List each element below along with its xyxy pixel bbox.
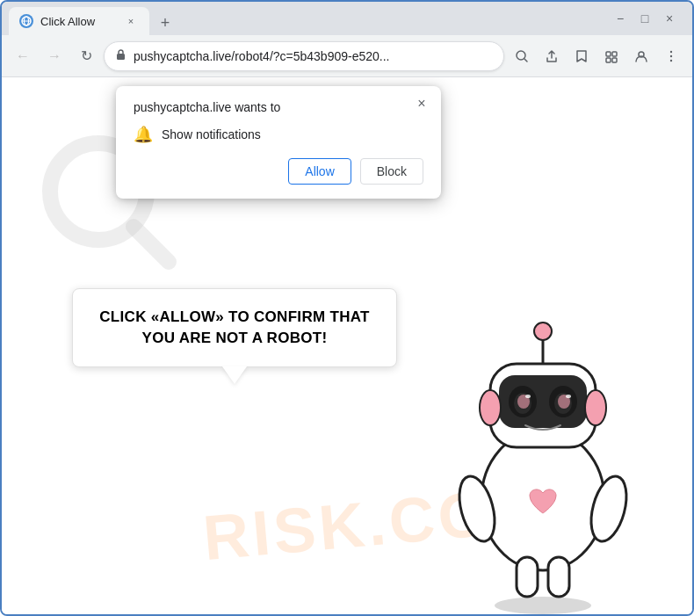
speech-bubble: CLICK «ALLOW» TO CONFIRM THAT YOU ARE NO… [72,288,397,367]
svg-point-14 [670,59,672,61]
notification-row: 🔔 Show notifications [134,125,423,144]
svg-rect-22 [548,557,569,597]
svg-point-37 [585,390,606,425]
popup-close-button[interactable]: × [413,95,430,112]
tab-area: Click Allow × + [9,2,611,35]
reload-button[interactable]: ↻ [72,42,100,70]
allow-button[interactable]: Allow [288,158,351,185]
svg-point-26 [534,322,552,340]
svg-point-36 [480,390,501,425]
close-window-button[interactable]: × [661,10,678,27]
svg-line-6 [524,59,527,62]
block-button[interactable]: Block [360,158,423,185]
svg-rect-7 [606,52,611,56]
new-tab-button[interactable]: + [153,11,177,35]
tab-close-button[interactable]: × [123,13,139,29]
popup-title: pushycaptcha.live wants to [134,100,423,114]
window-controls: − □ × [611,2,685,35]
content-area: RISK.CO pushycaptcha.live wants to × 🔔 S… [2,77,692,614]
notification-text: Show notifications [162,127,261,141]
address-bar[interactable]: pushycaptcha.live/robot4/?c=5b43b909-e52… [104,41,504,71]
svg-point-13 [670,54,672,56]
share-button[interactable] [538,42,566,70]
svg-line-16 [134,227,169,262]
popup-buttons: Allow Block [134,158,423,185]
svg-rect-9 [606,58,611,62]
extension-button[interactable] [597,42,625,70]
svg-rect-10 [612,58,617,62]
svg-rect-21 [517,557,538,597]
url-text: pushycaptcha.live/robot4/?c=5b43b909-e52… [134,49,493,63]
active-tab[interactable]: Click Allow × [9,7,149,35]
svg-point-17 [495,597,591,614]
permission-popup: pushycaptcha.live wants to × 🔔 Show noti… [116,86,441,199]
back-button[interactable]: ← [9,42,37,70]
title-bar: Click Allow × + − □ × [2,2,692,35]
toolbar-icons [508,42,685,70]
lock-icon [115,48,127,63]
svg-point-34 [525,395,531,398]
toolbar: ← → ↻ pushycaptcha.live/robot4/?c=5b43b9… [2,35,692,77]
maximize-button[interactable]: □ [636,10,654,27]
speech-bubble-text: CLICK «ALLOW» TO CONFIRM THAT YOU ARE NO… [94,307,375,349]
search-button[interactable] [508,42,536,70]
minimize-button[interactable]: − [611,10,629,27]
bell-icon: 🔔 [134,125,153,144]
tab-favicon [19,14,33,28]
svg-point-35 [566,395,571,398]
robot-character [429,280,657,614]
browser-window: Click Allow × + − □ × ← → ↻ pushycaptcha… [0,0,694,616]
menu-button[interactable] [657,42,685,70]
tab-title: Click Allow [40,15,116,28]
svg-rect-8 [612,52,617,56]
bookmark-button[interactable] [567,42,596,70]
profile-button[interactable] [627,42,655,70]
svg-point-12 [670,50,672,52]
svg-rect-4 [117,54,125,60]
forward-button[interactable]: → [40,42,69,70]
